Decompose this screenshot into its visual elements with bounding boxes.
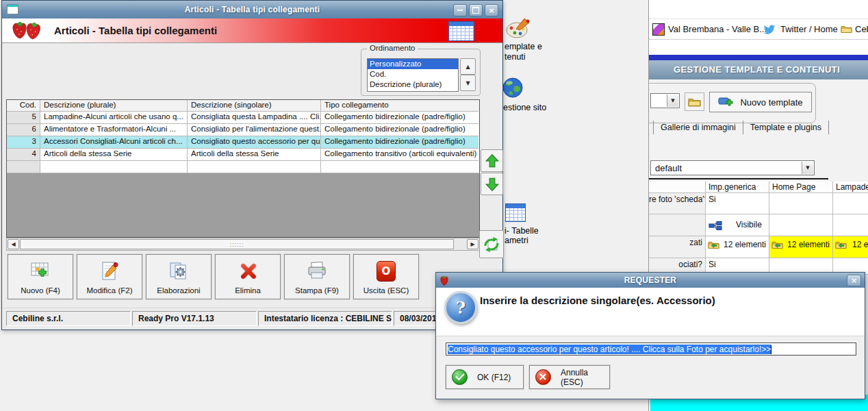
exit-power-icon: O (376, 259, 396, 284)
twitter-bird-icon (763, 23, 776, 35)
table-row[interactable]: 4 Articoli della stessa Serie Articoli d… (7, 149, 479, 161)
move-row-up-button[interactable] (481, 149, 503, 172)
delete-x-icon (238, 259, 258, 284)
ordinamento-option-personalizzato[interactable]: Personalizzato (368, 59, 458, 69)
grid-cell[interactable] (833, 193, 868, 214)
stampa-label: Stampa (F9) (295, 286, 339, 295)
grid-cell[interactable] (833, 214, 868, 236)
elaborazioni-button[interactable]: Elaborazioni (146, 254, 212, 299)
nuovo-button[interactable]: Nuovo (F4) (8, 254, 73, 299)
table-header-row: Cod. Descrizione (plurale) Descrizione (… (7, 100, 479, 112)
bookmark-cebiline[interactable]: Cebili (855, 19, 868, 39)
col-cod[interactable]: Cod. (7, 100, 40, 112)
minimize-button[interactable] (453, 4, 467, 16)
stampa-button[interactable]: Stampa (F9) (284, 254, 350, 299)
ordinamento-group: Ordinamento Personalizzato Cod. Descrizi… (361, 49, 481, 96)
bookmark-twitter[interactable]: Twitter / Home (780, 19, 838, 39)
annulla-button[interactable]: Annulla (ESC) (529, 365, 610, 389)
table-row[interactable]: 5 Lampadine-Alcuni articoli che usano q.… (7, 112, 479, 124)
folder-link-icon (708, 240, 719, 249)
tabelle-parametri-label-line1: i- Tabelle (505, 226, 539, 236)
template-grid: Imp.generica Home Page Lampade re foto '… (649, 182, 868, 275)
scroll-left-button[interactable]: ◀ (8, 239, 19, 249)
elimina-button[interactable]: Elimina (215, 254, 281, 299)
ordinamento-option-cod[interactable]: Cod. (368, 69, 458, 79)
ordinamento-listbox: Personalizzato Cod. Descrizione (plurale… (367, 58, 459, 92)
template-select[interactable]: default ▼ (650, 160, 815, 175)
grid-cell[interactable]: 12 elementi (706, 236, 769, 258)
ordinamento-scroll-up[interactable]: ▲ (460, 58, 476, 75)
horizontal-scrollbar[interactable]: ◀ :::::: ▶ (6, 238, 480, 251)
grid-row-label: re foto 'scheda'? (649, 193, 706, 214)
divider (649, 178, 828, 179)
modifica-button[interactable]: Modifica (F2) (77, 254, 142, 299)
grid-cell[interactable]: 12 elementi (833, 236, 868, 258)
ordinamento-label: Ordinamento (367, 44, 418, 52)
dialog-close-button[interactable]: × (847, 275, 861, 286)
maximize-button[interactable] (469, 4, 483, 16)
chevron-down-icon[interactable]: ▼ (802, 162, 813, 174)
palette-icon (505, 16, 531, 40)
cell-tipo: Collegamento bidirezionale (padre/figlio… (321, 112, 478, 124)
chevron-down-icon[interactable]: ▼ (667, 95, 678, 107)
col-descrizione-singolare[interactable]: Descrizione (singolare) (188, 100, 321, 112)
cell-plurale: Articoli della stessa Serie (40, 149, 188, 161)
nuovo-label: Nuovo (F4) (21, 286, 60, 295)
gestione-sito-icon[interactable] (502, 77, 524, 101)
grid-cell[interactable] (769, 214, 833, 236)
ok-check-icon (452, 369, 468, 385)
uscita-button[interactable]: O Uscita (ESC) (353, 254, 419, 299)
table-row-empty[interactable] (7, 161, 479, 173)
calendar-grid-icon[interactable] (448, 21, 474, 41)
scrollbar-thumb[interactable]: :::::: (20, 239, 454, 249)
dialog-titlebar[interactable]: REQUESTER × (436, 273, 865, 288)
ordinamento-option-descrizione-plurale[interactable]: Descrizione (plurale) (368, 79, 458, 90)
grid-cell[interactable]: Visibile (706, 214, 769, 236)
col-descrizione-plurale[interactable]: Descrizione (plurale) (40, 100, 188, 112)
green-arrow-down-icon (485, 177, 500, 192)
new-template-icon (718, 96, 735, 108)
gestione-sito-label: estione sito (503, 103, 546, 112)
window-header: Articoli - Tabella tipi collegamenti (2, 18, 502, 43)
tab-template-e-plugins[interactable]: Template e plugins (743, 121, 829, 134)
section-header: GESTIONE TEMPLATE E CONTENUTI (649, 60, 868, 80)
grid-row: re foto 'scheda'? Si (649, 193, 868, 214)
window-titlebar[interactable]: Articoli - Tabella tipi collegamenti × (2, 1, 502, 18)
tabelle-parametri-icon[interactable] (505, 203, 526, 222)
scroll-right-button[interactable]: ▶ (467, 239, 478, 249)
grid-cell[interactable] (769, 193, 833, 214)
grip-dots: :::::: (229, 241, 244, 248)
val-brembana-favicon (652, 23, 665, 36)
template-contenuti-icon[interactable] (505, 16, 531, 42)
description-input[interactable]: Consigliato questo accessorio per questo… (446, 342, 856, 356)
cell-singolare (188, 161, 321, 173)
nuovo-template-button[interactable]: Nuovo template (709, 92, 812, 112)
grid-header-imp-generica: Imp.generica (706, 182, 769, 193)
grid-cell[interactable]: 12 elementi (769, 236, 833, 258)
cell-plurale: Accessori Consigliati-Alcuni articoli ch… (40, 136, 188, 149)
blue-strip (649, 55, 868, 60)
move-row-down-button[interactable] (481, 173, 503, 195)
tab-gallerie-di-immagini[interactable]: Gallerie di immagini (653, 121, 743, 134)
col-tipo-collegamento[interactable]: Tipo collegamento (321, 100, 478, 112)
template-combobox[interactable]: ▼ (650, 93, 680, 108)
ok-button[interactable]: OK (F12) (446, 365, 524, 389)
dialog-message: Inserire la descrizione singolare(es. Ac… (480, 295, 715, 306)
ok-label: OK (F12) (477, 373, 511, 382)
process-documents-icon (168, 259, 190, 284)
bookmark-val-brembana[interactable]: Val Brembana - Valle B... (668, 19, 767, 39)
articoli-window: Articoli - Tabella tipi collegamenti × A… (1, 0, 503, 330)
close-button[interactable]: × (485, 4, 498, 16)
dialog-message-area: ? Inserire la descrizione singolare(es. … (436, 288, 865, 336)
table-row-selected[interactable]: 3 Accessori Consigliati-Alcuni articoli … (7, 136, 479, 149)
refresh-button[interactable] (479, 230, 504, 258)
cancel-x-icon (535, 369, 551, 385)
cell-plurale: Alimentatore e Trasformatori-Alcuni ... (40, 124, 188, 136)
grid-cell[interactable]: Si (706, 193, 769, 214)
dialog-title: REQUESTER (436, 273, 865, 288)
open-folder-button[interactable] (685, 92, 704, 111)
ordinamento-scroll-down[interactable]: ▼ (460, 75, 476, 91)
arrow-down-icon: ▼ (465, 80, 470, 86)
table-row[interactable]: 6 Alimentatore e Trasformatori-Alcuni ..… (7, 124, 479, 136)
elimina-label: Elimina (235, 286, 261, 295)
